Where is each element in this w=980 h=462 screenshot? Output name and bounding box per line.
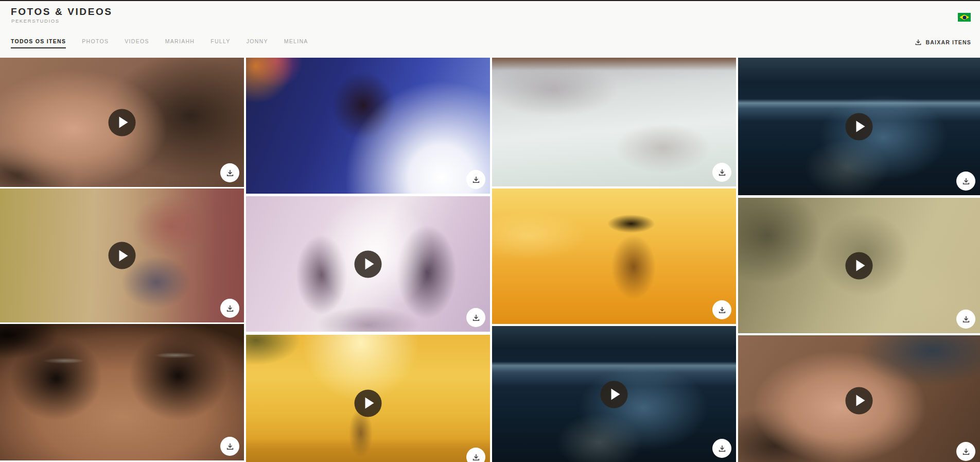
tab-videos[interactable]: VIDEOS xyxy=(125,38,149,47)
photo-blue-portrait[interactable] xyxy=(246,58,490,194)
tile-download-button[interactable] xyxy=(466,448,485,462)
download-icon xyxy=(962,315,970,323)
play-icon xyxy=(611,389,620,400)
download-all-label: BAIXAR ITENS xyxy=(926,39,972,45)
play-icon xyxy=(119,250,128,261)
play-icon xyxy=(365,398,374,409)
download-all-button[interactable]: BAIXAR ITENS xyxy=(915,39,972,46)
page-subtitle: PEKERSTUDIOS xyxy=(11,18,60,24)
tile-download-button[interactable] xyxy=(220,163,239,182)
tile-download-button[interactable] xyxy=(956,442,975,461)
tab-mariahh[interactable]: MARIAHH xyxy=(165,38,195,47)
download-icon xyxy=(472,176,480,184)
tile-download-button[interactable] xyxy=(956,172,975,191)
tile-download-button[interactable] xyxy=(956,310,975,329)
download-icon xyxy=(472,314,480,322)
download-icon xyxy=(915,39,922,46)
brazil-flag-icon[interactable] xyxy=(958,13,971,22)
download-icon xyxy=(962,177,970,185)
play-button[interactable] xyxy=(109,109,136,136)
play-button[interactable] xyxy=(109,242,136,269)
tile-download-button[interactable] xyxy=(466,308,485,327)
video-veiled-figures[interactable] xyxy=(246,196,490,332)
play-icon xyxy=(856,260,865,271)
header: FOTOS & VIDEOS PEKERSTUDIOS TODOS OS ITE… xyxy=(0,1,980,58)
play-button[interactable] xyxy=(355,389,382,417)
video-underwater-face-2[interactable] xyxy=(738,335,980,462)
tile-download-button[interactable] xyxy=(712,163,731,182)
download-icon xyxy=(226,169,234,177)
download-icon xyxy=(226,442,234,451)
video-palm-blur[interactable] xyxy=(738,198,980,333)
play-icon xyxy=(856,121,865,132)
tab-melina[interactable]: MELINA xyxy=(284,38,308,47)
tile-download-button[interactable] xyxy=(220,437,239,456)
play-button[interactable] xyxy=(846,113,873,140)
download-icon xyxy=(718,444,726,453)
photo-desert-hat-woman[interactable] xyxy=(492,189,736,324)
tile-download-button[interactable] xyxy=(712,439,731,458)
play-button[interactable] xyxy=(355,250,382,278)
play-button[interactable] xyxy=(846,387,873,414)
gallery xyxy=(0,0,980,462)
video-warm-motion-blur[interactable] xyxy=(0,189,244,322)
download-icon xyxy=(718,168,726,177)
tab-jonny[interactable]: JONNY xyxy=(247,38,268,47)
tile-download-button[interactable] xyxy=(466,170,485,189)
nav-tabs: TODOS OS ITENSPHOTOSVIDEOSMARIAHHFULLYJO… xyxy=(11,38,308,48)
photo-sunglasses-closeup[interactable] xyxy=(0,324,244,460)
play-button[interactable] xyxy=(601,381,628,408)
tab-fully[interactable]: FULLY xyxy=(211,38,230,47)
download-icon xyxy=(472,453,480,461)
play-icon xyxy=(119,117,128,128)
download-icon xyxy=(226,304,234,313)
play-button[interactable] xyxy=(846,252,873,279)
video-underwater-swimmer-2[interactable] xyxy=(492,326,736,462)
play-icon xyxy=(856,395,865,406)
flag-circle xyxy=(962,15,966,19)
video-underwater-face[interactable] xyxy=(0,58,244,187)
video-underwater-swimmer[interactable] xyxy=(738,58,980,195)
play-icon xyxy=(365,259,374,270)
page-title: FOTOS & VIDEOS xyxy=(11,6,113,18)
tile-download-button[interactable] xyxy=(220,299,239,318)
download-icon xyxy=(718,306,726,314)
tab-photos[interactable]: PHOTOS xyxy=(82,38,109,47)
download-icon xyxy=(962,448,970,456)
tab-todos-os-itens[interactable]: TODOS OS ITENS xyxy=(11,38,66,48)
photo-white-fabric-bed[interactable] xyxy=(492,58,736,186)
video-golden-desert-walk[interactable] xyxy=(246,335,490,462)
tile-download-button[interactable] xyxy=(712,300,731,319)
